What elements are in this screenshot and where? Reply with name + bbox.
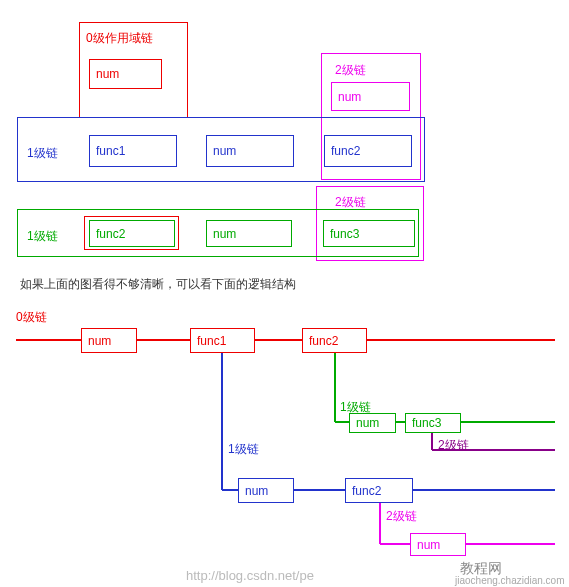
tree-root-label: 0级链	[16, 309, 47, 326]
scope0-title: 0级作用域链	[86, 30, 153, 47]
scope2-top-title: 2级链	[335, 62, 366, 79]
scope0-num-box: num	[89, 59, 162, 89]
scope1-bot-func3-label: func3	[330, 227, 359, 241]
scope1-bot-func3-box: func3	[323, 220, 415, 247]
scope1-top-num-box: num	[206, 135, 294, 167]
tree-green-func3-label: func3	[412, 416, 441, 430]
scope1-bot-num-label: num	[213, 227, 236, 241]
tree-green-num-box: num	[349, 413, 396, 433]
tree-num-label-1: num	[88, 334, 111, 348]
scope0-num-label: num	[96, 67, 119, 81]
tree-purple-label: 2级链	[438, 437, 469, 454]
tree-blue-func2-label: func2	[352, 484, 381, 498]
tree-magenta-label: 2级链	[386, 508, 417, 525]
scope2-top-num-box: num	[331, 82, 410, 111]
scope1-top-func1-box: func1	[89, 135, 177, 167]
scope1-top-func2-label: func2	[331, 144, 360, 158]
tree-func1-box: func1	[190, 328, 255, 353]
scope1-bot-num-box: num	[206, 220, 292, 247]
scope1-bot-func2-box: func2	[89, 220, 175, 247]
caption: 如果上面的图看得不够清晰，可以看下面的逻辑结构	[20, 276, 296, 293]
tree-blue-num-label: num	[245, 484, 268, 498]
scope1-bot-func2-label: func2	[96, 227, 125, 241]
tree-blue-label: 1级链	[228, 441, 259, 458]
tree-func2-label-top: func2	[309, 334, 338, 348]
scope1-top-func1-label: func1	[96, 144, 125, 158]
tree-green-func3-box: func3	[405, 413, 461, 433]
watermark-domain: jiaocheng.chazidian.com	[455, 575, 565, 586]
tree-func2-box-top: func2	[302, 328, 367, 353]
scope1-top-num-label: num	[213, 144, 236, 158]
scope1-top-func2-box: func2	[324, 135, 412, 167]
tree-func1-label: func1	[197, 334, 226, 348]
tree-num-box-1: num	[81, 328, 137, 353]
scope2-top-num-label: num	[338, 90, 361, 104]
tree-blue-num-box: num	[238, 478, 294, 503]
tree-magenta-num-label: num	[417, 538, 440, 552]
watermark-url: http://blog.csdn.net/pe	[186, 568, 314, 583]
tree-blue-func2-box: func2	[345, 478, 413, 503]
scope1-bot-title: 1级链	[27, 228, 58, 245]
tree-magenta-num-box: num	[410, 533, 466, 556]
scope1-top-title: 1级链	[27, 145, 58, 162]
tree-green-num-label: num	[356, 416, 379, 430]
